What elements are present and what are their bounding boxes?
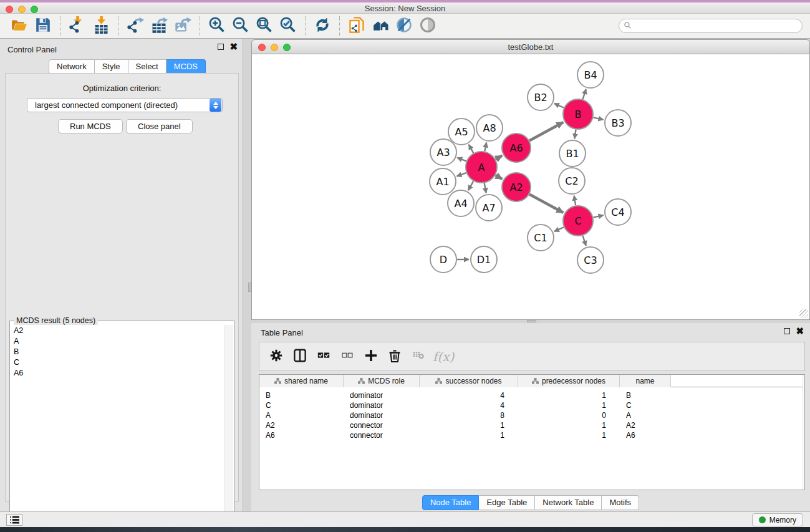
table-cell[interactable]: dominator — [350, 411, 420, 420]
zoom-out-button[interactable] — [229, 16, 253, 37]
home-button[interactable] — [369, 16, 392, 37]
edge-A-A6[interactable] — [496, 156, 503, 160]
table-cell[interactable]: A — [266, 411, 344, 420]
tab-mcds[interactable]: MCDS — [166, 59, 206, 74]
trash-button[interactable] — [384, 346, 405, 368]
network-window-titlebar[interactable]: testGlobe.txt — [251, 39, 810, 54]
column-view-button[interactable] — [289, 346, 310, 368]
unselect-all-button[interactable] — [337, 346, 357, 368]
open-session-button[interactable] — [7, 16, 31, 37]
node-B[interactable]: B — [563, 99, 593, 129]
column-header-successor-nodes[interactable]: successor nodes — [420, 375, 518, 387]
table-scrollbar[interactable] — [803, 375, 804, 490]
tab-style[interactable]: Style — [95, 59, 128, 74]
table-cell[interactable]: A6 — [266, 431, 344, 440]
tab-motifs[interactable]: Motifs — [602, 495, 639, 510]
zoom-selected-button[interactable] — [276, 16, 300, 37]
edge-A-A4[interactable] — [468, 181, 473, 191]
close-panel-icon[interactable]: ✖ — [229, 44, 238, 50]
node-A5[interactable]: A5 — [448, 118, 475, 145]
table-cell[interactable]: 8 — [420, 411, 504, 420]
column-header-name[interactable]: name — [620, 375, 671, 387]
edge-A-A5[interactable] — [469, 145, 474, 153]
tab-edge-table[interactable]: Edge Table — [479, 495, 535, 510]
export-image-button[interactable] — [171, 16, 195, 37]
tab-network[interactable]: Network — [49, 59, 95, 74]
edge-B-B3[interactable] — [593, 117, 603, 120]
mcds-result-item[interactable]: A2 — [11, 325, 224, 336]
import-table-button[interactable] — [89, 16, 113, 37]
table-cell[interactable]: 1 — [420, 431, 504, 440]
search-input[interactable] — [634, 22, 802, 31]
tab-node-table[interactable]: Node Table — [422, 495, 480, 510]
node-C[interactable]: C — [563, 206, 593, 236]
eye-button[interactable] — [416, 16, 440, 37]
network-canvas[interactable]: B4B2BB3A5A8A6A3B1AA1C2A2A4A7C4CC1C3DD1 — [251, 54, 810, 320]
mcds-result-item[interactable]: A — [11, 336, 224, 346]
edge-A-A8[interactable] — [485, 143, 486, 152]
edge-A-A7[interactable] — [485, 183, 486, 193]
table-cell[interactable]: 1 — [518, 401, 606, 410]
node-table-header[interactable]: shared nameMCDS rolesuccessor nodesprede… — [259, 375, 804, 387]
edge-A-A1[interactable] — [457, 173, 466, 177]
node-table[interactable]: shared nameMCDS rolesuccessor nodesprede… — [259, 374, 805, 490]
resize-grip[interactable] — [799, 309, 808, 318]
result-scrollbar[interactable] — [224, 325, 233, 531]
table-cell[interactable]: C — [626, 401, 671, 410]
edge-C-C3[interactable] — [583, 236, 586, 246]
edge-B-B1[interactable] — [574, 130, 576, 138]
table-cell[interactable]: A2 — [266, 421, 344, 430]
network-graph[interactable]: B4B2BB3A5A8A6A3B1AA1C2A2A4A7C4CC1C3DD1 — [252, 54, 809, 319]
table-cell[interactable]: A2 — [626, 421, 671, 430]
node-C1[interactable]: C1 — [528, 225, 554, 251]
edge-C-C4[interactable] — [593, 215, 603, 218]
save-session-button[interactable] — [31, 16, 55, 37]
refresh-layout-button[interactable] — [311, 16, 334, 37]
column-header-shared-name[interactable]: shared name — [259, 375, 344, 387]
node-B1[interactable]: B1 — [559, 140, 586, 167]
horizontal-scroll-thumb[interactable] — [527, 320, 536, 322]
mcds-result-item[interactable]: B — [11, 346, 224, 357]
node-A4[interactable]: A4 — [448, 190, 474, 216]
import-network-button[interactable] — [65, 16, 89, 37]
vertical-scroll-thumb[interactable] — [248, 283, 251, 292]
edge-B-B4[interactable] — [583, 89, 586, 99]
memory-button[interactable]: Memory — [752, 513, 803, 526]
delete-table-button[interactable] — [408, 346, 428, 368]
node-A7[interactable]: A7 — [476, 195, 502, 221]
edge-A-A2[interactable] — [496, 175, 503, 179]
optimization-criterion-select[interactable]: largest connected component (directed) — [27, 98, 223, 112]
edge-C-C2[interactable] — [574, 196, 576, 206]
table-cell[interactable]: 1 — [420, 421, 504, 430]
table-cell[interactable]: B — [266, 391, 344, 400]
table-cell[interactable]: 4 — [420, 391, 504, 400]
zoom-fit-button[interactable] — [253, 16, 276, 37]
zoom-in-button[interactable] — [205, 16, 229, 37]
node-D[interactable]: D — [430, 246, 456, 273]
node-C2[interactable]: C2 — [559, 168, 585, 194]
graphics-details-button[interactable] — [392, 16, 416, 37]
float-panel-icon[interactable] — [218, 44, 224, 50]
close-table-panel-icon[interactable]: ✖ — [796, 328, 804, 334]
table-cell[interactable]: 1 — [518, 431, 606, 440]
export-network-button[interactable] — [123, 16, 147, 37]
edge-B-B2[interactable] — [554, 104, 564, 108]
table-cell[interactable]: A — [626, 411, 671, 420]
edge-A6-B[interactable] — [529, 122, 563, 141]
table-cell[interactable]: 0 — [518, 411, 606, 420]
run-mcds-button[interactable]: Run MCDS — [58, 119, 123, 133]
table-cell[interactable]: 1 — [518, 421, 606, 430]
clone-network-button[interactable] — [345, 16, 369, 37]
export-table-button[interactable] — [147, 16, 171, 37]
node-A1[interactable]: A1 — [430, 168, 456, 195]
tab-select[interactable]: Select — [128, 59, 166, 74]
node-A2[interactable]: A2 — [502, 173, 531, 201]
node-C4[interactable]: C4 — [605, 199, 631, 225]
table-cell[interactable]: B — [626, 391, 671, 400]
tab-network-table[interactable]: Network Table — [535, 495, 602, 510]
node-B4[interactable]: B4 — [577, 62, 604, 88]
mcds-result-item[interactable]: C — [11, 357, 224, 367]
edge-A2-C[interactable] — [529, 194, 563, 213]
mcds-result-list[interactable]: A2ABCA6 — [11, 325, 224, 531]
node-A3[interactable]: A3 — [430, 139, 456, 165]
